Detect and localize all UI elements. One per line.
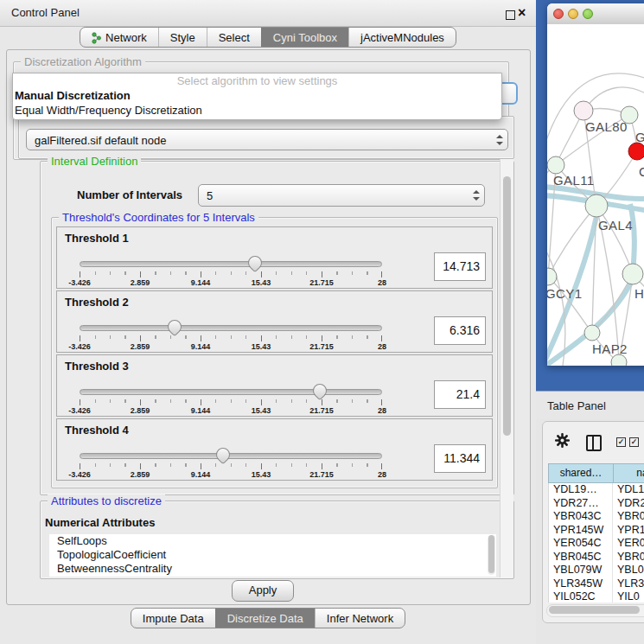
algorithm-dropdown-popup: Select algorithm to view settings Manual…: [12, 73, 502, 120]
tab-select[interactable]: Select: [207, 28, 261, 47]
split-view-icon[interactable]: [586, 435, 602, 451]
network-canvas[interactable]: GAL80 GA C GAL11 GAL4 GCY1 H HAP2: [547, 24, 644, 366]
tab-cyni-toolbox[interactable]: Cyni Toolbox: [261, 28, 348, 47]
apply-button[interactable]: Apply: [232, 580, 294, 602]
attributes-group-title: Attributes to discretize: [48, 494, 165, 507]
float-window-icon[interactable]: [506, 10, 515, 20]
column-header-shared[interactable]: shared…: [548, 463, 614, 483]
checkbox-icon[interactable]: ✓: [629, 437, 639, 447]
table-row[interactable]: YBL079WYBL0: [549, 564, 644, 577]
list-item[interactable]: BetweennessCentrality: [49, 562, 496, 576]
horizontal-scrollbar-thumb[interactable]: [549, 606, 640, 614]
network-node-gal80[interactable]: [574, 101, 593, 120]
threshold-4-slider-thumb[interactable]: [213, 445, 233, 465]
vertical-scrollbar[interactable]: [500, 159, 513, 577]
slider-track[interactable]: [80, 453, 382, 459]
vertical-scrollbar-thumb[interactable]: [503, 176, 511, 436]
threshold-4-value-field[interactable]: 11.344: [434, 444, 486, 473]
threshold-1-slider[interactable]: -3.426 2.859 9.144 15.43 21.715 28: [80, 256, 382, 287]
table-row[interactable]: YDR27…YDR2: [549, 497, 644, 511]
network-node-gal4[interactable]: [585, 194, 608, 217]
node-label-h: H: [634, 286, 644, 301]
control-panel: Control Panel × Network Style Select Cyn…: [0, 0, 536, 644]
table-row[interactable]: YBR043CYBR0: [549, 510, 644, 524]
checkbox-icon[interactable]: ✓: [616, 437, 626, 447]
threshold-3-value-field[interactable]: 21.4: [434, 380, 486, 409]
network-node-gcy1[interactable]: [547, 268, 557, 285]
tab-style[interactable]: Style: [158, 28, 207, 47]
top-tabbar: Network Style Select Cyni Toolbox jActiv…: [0, 27, 536, 48]
threshold-3-slider-thumb[interactable]: [309, 381, 329, 401]
list-item[interactable]: TopologicalCoefficient: [49, 548, 496, 562]
mac-minimize-button[interactable]: [568, 9, 578, 19]
node-label-hap2: HAP2: [592, 341, 628, 356]
threshold-4-slider[interactable]: -3.426 2.859 9.144 15.43 21.715 28: [80, 448, 382, 479]
threshold-3-slider[interactable]: -3.426 2.859 9.144 15.43 21.715 28: [80, 384, 382, 415]
horizontal-scrollbar[interactable]: [546, 604, 644, 617]
tab-jactivemnodules[interactable]: jActiveMNodules: [348, 28, 456, 47]
attributes-scrollbar[interactable]: [488, 535, 495, 575]
column-header-name[interactable]: na: [614, 463, 644, 483]
node-label-clipped-ga: GA: [635, 130, 644, 144]
tab-impute-data[interactable]: Impute Data: [131, 609, 215, 628]
table-data-combo[interactable]: galFiltered.sif default node: [26, 129, 508, 150]
network-node-selected-red[interactable]: [628, 143, 644, 160]
network-node-gal11[interactable]: [547, 156, 564, 174]
network-icon: [92, 32, 102, 44]
close-icon[interactable]: ×: [518, 4, 526, 21]
threshold-1-slider-thumb[interactable]: [245, 253, 265, 273]
interval-definition-group-title: Interval Definition: [48, 155, 141, 168]
network-view-window[interactable]: GAL80 GA C GAL11 GAL4 GCY1 H HAP2: [547, 3, 644, 366]
cyni-toolbox-content: Discretization Algorithm Select algorith…: [6, 49, 531, 605]
bottom-tabbar: Impute Data Discretize Data Infer Networ…: [0, 608, 536, 628]
network-window-titlebar: [547, 3, 644, 25]
numerical-attributes-list: SelfLoops TopologicalCoefficient Between…: [49, 534, 496, 577]
network-graph: [547, 24, 644, 366]
threshold-coordinates-group: Threshold's Coordinates for 5 Intervals …: [51, 217, 498, 488]
table-row[interactable]: YDL19…YDL1: [549, 483, 644, 497]
threshold-2-slider[interactable]: -3.426 2.859 9.144 15.43 21.715 28: [80, 320, 382, 351]
number-of-intervals-label: Number of Intervals: [77, 188, 182, 201]
right-panel: GAL80 GA C GAL11 GAL4 GCY1 H HAP2 Table …: [536, 0, 644, 644]
node-table: shared… na YDL19…YDL1 YDR27…YDR2 YBR043C…: [548, 463, 644, 603]
node-label-gal11: GAL11: [553, 173, 595, 188]
mac-zoom-button[interactable]: [583, 9, 593, 19]
tab-discretize-data[interactable]: Discretize Data: [215, 609, 315, 628]
table-header-row: shared… na: [548, 463, 644, 483]
node-label-gal4: GAL4: [598, 218, 633, 233]
network-node-hap2[interactable]: [584, 325, 600, 341]
panel-title: Control Panel: [11, 6, 80, 19]
threshold-1-value-field[interactable]: 14.713: [434, 252, 486, 281]
threshold-2-slider-thumb[interactable]: [164, 317, 184, 337]
combo-stepper-icon: [495, 135, 503, 145]
list-item[interactable]: SelfLoops: [49, 534, 496, 548]
attributes-group: Attributes to discretize Numerical Attri…: [40, 501, 514, 579]
node-label-clipped-c: C: [639, 164, 644, 179]
discretization-algorithm-group-title: Discretization Algorithm: [21, 55, 145, 68]
dropdown-option-equal-width[interactable]: Equal Width/Frequency Discretization: [13, 103, 501, 118]
table-row[interactable]: YER054CYER0: [549, 537, 644, 551]
network-node-h[interactable]: [622, 264, 643, 284]
table-panel-title: Table Panel: [547, 399, 606, 412]
table-row[interactable]: YIL052CYIL0: [549, 590, 644, 603]
table-row[interactable]: YBR045CYBR0: [549, 551, 644, 564]
threshold-coordinates-group-title: Threshold's Coordinates for 5 Intervals: [59, 211, 258, 224]
slider-track[interactable]: [80, 261, 382, 267]
table-panel-body: ✓ ✓ shared… na YDL19…YDL1 YDR27…YDR2 YBR…: [536, 419, 644, 644]
table-row[interactable]: YPR145WYPR1: [549, 524, 644, 538]
mac-close-button[interactable]: [553, 9, 564, 19]
gear-icon[interactable]: [555, 433, 570, 448]
table-row[interactable]: YLR345WYLR3: [549, 577, 644, 591]
slider-track[interactable]: [80, 325, 382, 331]
threshold-2-panel: Threshold 2 -3.426 2.859 9.144 15.43 21.…: [56, 290, 493, 353]
table-rows: YDL19…YDL1 YDR27…YDR2 YBR043CYBR0 YPR145…: [548, 483, 644, 603]
threshold-1-panel: Threshold 1 -3.426 2.859 9.144 15.43 21.…: [56, 226, 493, 289]
tab-infer-network[interactable]: Infer Network: [315, 609, 405, 628]
number-of-intervals-value: 5: [207, 189, 213, 202]
number-of-intervals-combo[interactable]: 5: [198, 184, 485, 207]
algorithm-combo-placeholder: Select algorithm to view settings: [13, 73, 501, 88]
slider-track[interactable]: [80, 389, 382, 395]
threshold-2-value-field[interactable]: 6.316: [434, 316, 486, 345]
dropdown-option-manual-discretization[interactable]: Manual Discretization: [13, 88, 501, 103]
tab-network[interactable]: Network: [80, 28, 158, 47]
